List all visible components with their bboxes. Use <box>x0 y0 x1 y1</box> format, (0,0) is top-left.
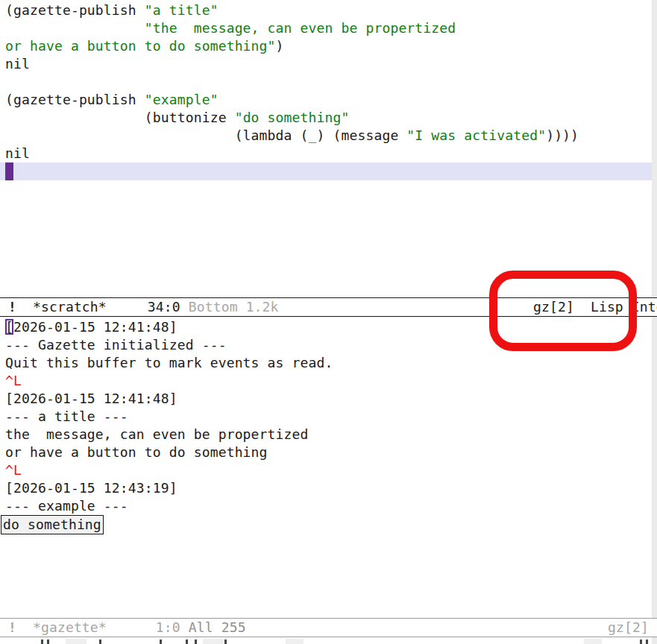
modeline-left: ! *scratch* 34:0 Bottom 1.2k <box>0 298 279 316</box>
lisp-string: "I was activated" <box>406 127 546 143</box>
cursor-position: 1:0 <box>107 619 189 635</box>
echo-area-clipped-line <box>0 639 657 644</box>
mode-indicators[interactable]: gz[2] Lisp Interaction <box>533 298 657 316</box>
clipped-highlight-box <box>584 639 602 644</box>
log-line: [2026-01-15 12:41:48] <box>5 318 657 336</box>
lisp-code <box>5 20 145 36</box>
clipped-glyph-top <box>195 640 197 644</box>
lisp-string: "example" <box>145 92 219 107</box>
log-line: Quit this buffer to mark events as read. <box>5 354 657 372</box>
modeline-left: ! *gazette* 1:0 All 255 <box>0 619 246 637</box>
do-something-button[interactable]: do something <box>1 515 104 534</box>
modeline-gazette: ! *gazette* 1:0 All 255 gz[2] <box>0 618 657 637</box>
modified-flag: ! <box>0 619 33 635</box>
log-line: do something <box>5 515 657 533</box>
lisp-string: "a title" <box>145 2 219 18</box>
log-line: --- Gazette initialized --- <box>5 336 657 354</box>
modeline-scratch: ! *scratch* 34:0 Bottom 1.2k gz[2] Lisp … <box>0 297 657 317</box>
clipped-highlight-box <box>203 639 225 644</box>
clipped-highlight-box <box>286 639 304 644</box>
cursor-position: 34:0 <box>107 299 189 315</box>
log-line: --- example --- <box>5 497 657 515</box>
clipped-glyph-top <box>640 640 642 644</box>
buffer-name[interactable]: *scratch* <box>33 299 107 315</box>
lisp-string: "do something" <box>235 110 350 125</box>
lisp-code: (lambda (_) (message <box>5 127 406 143</box>
text-cursor <box>5 162 13 180</box>
clipped-glyph-top <box>47 640 49 644</box>
gazette-buffer-window[interactable]: [2026-01-15 12:41:48]--- Gazette initial… <box>0 318 657 619</box>
modified-flag: ! <box>0 299 33 315</box>
code-line: (gazette-publish "a title" <box>5 1 657 19</box>
log-line: --- a title --- <box>5 408 657 426</box>
code-line <box>5 73 657 91</box>
code-line: (buttonize "do something" <box>5 109 657 127</box>
scratch-buffer-window[interactable]: (gazette-publish "a title" "the message,… <box>0 0 657 298</box>
lisp-code: (buttonize <box>5 110 235 125</box>
lisp-code: ) <box>276 38 284 54</box>
emacs-frame: (gazette-publish "a title" "the message,… <box>0 0 657 644</box>
log-line: ^L <box>5 461 657 479</box>
clipped-glyph-top <box>99 640 101 644</box>
log-line: ^L <box>5 372 657 390</box>
current-line-highlight <box>0 162 652 180</box>
log-line: [2026-01-15 12:43:19] <box>5 479 657 497</box>
log-line: or have a button to do something <box>5 443 657 461</box>
scroll-indicator: Bottom 1.2k <box>189 299 279 315</box>
log-line: [2026-01-15 12:41:48] <box>5 390 657 408</box>
code-line: nil <box>5 55 657 73</box>
inactive-hollow-cursor: [ <box>5 319 13 335</box>
buffer-name[interactable]: *gazette* <box>33 619 107 635</box>
page-break-control-char: ^L <box>5 462 22 478</box>
clipped-glyph-top <box>160 640 162 644</box>
lisp-code: nil <box>5 56 30 72</box>
lisp-code: nil <box>5 145 30 161</box>
clipped-highlight-box <box>66 639 87 644</box>
clipped-glyph-top <box>646 640 648 644</box>
clipped-glyph-top <box>224 640 227 644</box>
clipped-glyph-top <box>41 640 43 644</box>
lisp-code: (gazette-publish <box>5 2 145 18</box>
clipped-glyph-top <box>186 640 188 644</box>
code-line: "the message, can even be propertized <box>5 19 657 37</box>
code-line: nil <box>5 145 657 162</box>
page-break-control-char: ^L <box>5 373 22 388</box>
code-line: (gazette-publish "example" <box>5 91 657 109</box>
lisp-string: or have a button to do something" <box>5 38 276 54</box>
code-line: (lambda (_) (message "I was activated"))… <box>5 127 657 145</box>
scroll-indicator: All 255 <box>189 619 246 635</box>
lisp-string: "the message, can even be propertized <box>145 20 456 36</box>
lisp-code: (gazette-publish <box>5 92 145 107</box>
log-line: the message, can even be propertized <box>5 426 657 443</box>
mode-indicators[interactable]: gz[2] <box>608 619 649 637</box>
lisp-code: )))) <box>546 127 579 143</box>
code-line: or have a button to do something") <box>5 37 657 55</box>
